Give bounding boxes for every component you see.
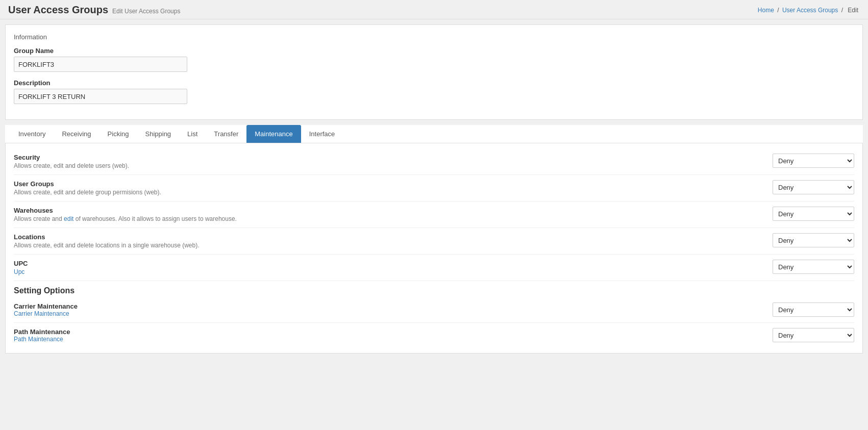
info-section-label: Information	[14, 33, 854, 41]
warehouses-select[interactable]: Deny Allow View Only	[773, 207, 854, 221]
carrier-maintenance-select[interactable]: Deny Allow View Only	[773, 302, 854, 317]
user-groups-control: Deny Allow View Only	[773, 180, 854, 194]
tab-maintenance[interactable]: Maintenance	[246, 125, 301, 143]
permission-upc: UPC Upc Deny Allow View Only	[14, 255, 854, 281]
upc-name: UPC	[14, 260, 764, 267]
permission-security: Security Allows create, edit and delete …	[14, 148, 854, 175]
group-name-field: Group Name	[14, 47, 854, 72]
locations-select[interactable]: Deny Allow View Only	[773, 233, 854, 247]
locations-name: Locations	[14, 233, 764, 241]
tab-interface[interactable]: Interface	[301, 125, 343, 143]
breadcrumb: Home / User Access Groups / Edit	[758, 7, 860, 14]
tabs-container: Inventory Receiving Picking Shipping Lis…	[5, 125, 863, 143]
description-label: Description	[14, 79, 854, 87]
warehouses-control: Deny Allow View Only	[773, 207, 854, 221]
locations-control: Deny Allow View Only	[773, 233, 854, 247]
user-groups-select[interactable]: Deny Allow View Only	[773, 180, 854, 194]
security-select[interactable]: Deny Allow View Only	[773, 154, 854, 168]
carrier-maintenance-link[interactable]: Carrier Maintenance	[14, 310, 69, 317]
user-groups-name: User Groups	[14, 180, 764, 188]
path-maintenance-link[interactable]: Path Maintenance	[14, 336, 63, 343]
security-control: Deny Allow View Only	[773, 154, 854, 168]
group-name-label: Group Name	[14, 47, 854, 55]
locations-desc: Allows create, edit and delete locations…	[14, 242, 764, 249]
path-maintenance-name: Path Maintenance	[14, 328, 764, 336]
group-name-input[interactable]	[14, 57, 187, 72]
upc-select[interactable]: Deny Allow View Only	[773, 260, 854, 274]
page-header: User Access Groups Edit User Access Grou…	[0, 0, 868, 19]
permissions-container: Security Allows create, edit and delete …	[5, 143, 863, 353]
tabs: Inventory Receiving Picking Shipping Lis…	[10, 125, 858, 143]
breadcrumb-current: Edit	[848, 7, 858, 14]
permission-user-groups: User Groups Allows create, edit and dele…	[14, 175, 854, 201]
info-card: Information Group Name Description	[5, 24, 863, 120]
tab-shipping[interactable]: Shipping	[137, 125, 180, 143]
upc-control: Deny Allow View Only	[773, 260, 854, 274]
page-title: User Access Groups	[8, 4, 108, 16]
breadcrumb-home[interactable]: Home	[758, 7, 774, 14]
description-field: Description	[14, 79, 854, 104]
user-groups-desc: Allows create, edit and delete group per…	[14, 189, 764, 196]
page-header-left: User Access Groups Edit User Access Grou…	[8, 4, 180, 16]
carrier-maintenance-control: Deny Allow View Only	[773, 302, 854, 317]
breadcrumb-section[interactable]: User Access Groups	[782, 7, 838, 14]
tab-inventory[interactable]: Inventory	[10, 125, 54, 143]
setting-options-title: Setting Options	[14, 281, 854, 297]
permission-path-maintenance: Path Maintenance Path Maintenance Deny A…	[14, 323, 854, 348]
tab-transfer[interactable]: Transfer	[206, 125, 246, 143]
upc-link[interactable]: Upc	[14, 268, 24, 275]
path-maintenance-select[interactable]: Deny Allow View Only	[773, 328, 854, 342]
tab-list[interactable]: List	[179, 125, 206, 143]
permission-warehouses: Warehouses Allows create and edit of war…	[14, 201, 854, 228]
description-input[interactable]	[14, 89, 187, 104]
warehouses-edit-link[interactable]: edit	[64, 215, 73, 222]
tab-picking[interactable]: Picking	[100, 125, 137, 143]
page-subtitle: Edit User Access Groups	[112, 8, 180, 15]
security-desc: Allows create, edit and delete users (we…	[14, 162, 764, 169]
permission-locations: Locations Allows create, edit and delete…	[14, 228, 854, 255]
permission-carrier-maintenance: Carrier Maintenance Carrier Maintenance …	[14, 297, 854, 323]
path-maintenance-control: Deny Allow View Only	[773, 328, 854, 342]
warehouses-desc: Allows create and edit of warehouses. Al…	[14, 215, 764, 222]
security-name: Security	[14, 154, 764, 161]
main-content: Information Group Name Description Inven…	[0, 24, 868, 353]
tab-receiving[interactable]: Receiving	[54, 125, 99, 143]
carrier-maintenance-name: Carrier Maintenance	[14, 302, 764, 310]
warehouses-name: Warehouses	[14, 207, 764, 214]
